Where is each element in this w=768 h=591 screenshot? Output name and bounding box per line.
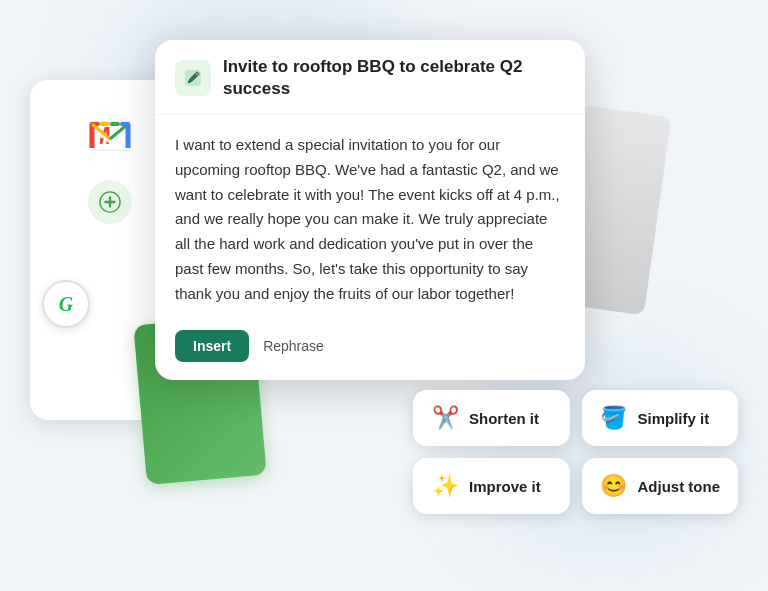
adjust-tone-button[interactable]: 😊 Adjust tone [582,458,739,514]
grammarly-letter: G [59,293,73,316]
improve-it-button[interactable]: ✨ Improve it [413,458,570,514]
grammarly-badge: G [42,280,90,328]
compose-popup: Invite to rooftop BBQ to celebrate Q2 su… [155,40,585,380]
scissors-icon: ✂️ [431,404,459,432]
compose-body-text: I want to extend a special invitation to… [175,133,565,306]
simplify-it-label: Simplify it [638,410,710,427]
action-buttons-grid: ✂️ Shorten it 🪣 Simplify it ✨ Improve it… [413,390,738,514]
edit-icon [183,68,203,88]
simplify-it-button[interactable]: 🪣 Simplify it [582,390,739,446]
gmail-logo: M [84,108,136,160]
smiley-icon: 😊 [600,472,628,500]
improve-it-label: Improve it [469,478,541,495]
compose-header: Invite to rooftop BBQ to celebrate Q2 su… [155,40,585,115]
shorten-it-label: Shorten it [469,410,539,427]
sparkle-icon: ✨ [431,472,459,500]
rephrase-button[interactable]: Rephrase [263,338,324,354]
broom-icon: 🪣 [600,404,628,432]
compose-title: Invite to rooftop BBQ to celebrate Q2 su… [223,56,565,100]
compose-icon-container [175,60,211,96]
svg-rect-3 [100,122,110,126]
compose-body: I want to extend a special invitation to… [155,115,585,320]
compose-actions: Insert Rephrase [155,320,585,380]
plus-icon [99,191,121,213]
adjust-tone-label: Adjust tone [638,478,721,495]
gmail-compose-button[interactable] [88,180,132,224]
scene: M G [0,0,768,591]
shorten-it-button[interactable]: ✂️ Shorten it [413,390,570,446]
svg-rect-4 [110,122,120,126]
insert-button[interactable]: Insert [175,330,249,362]
